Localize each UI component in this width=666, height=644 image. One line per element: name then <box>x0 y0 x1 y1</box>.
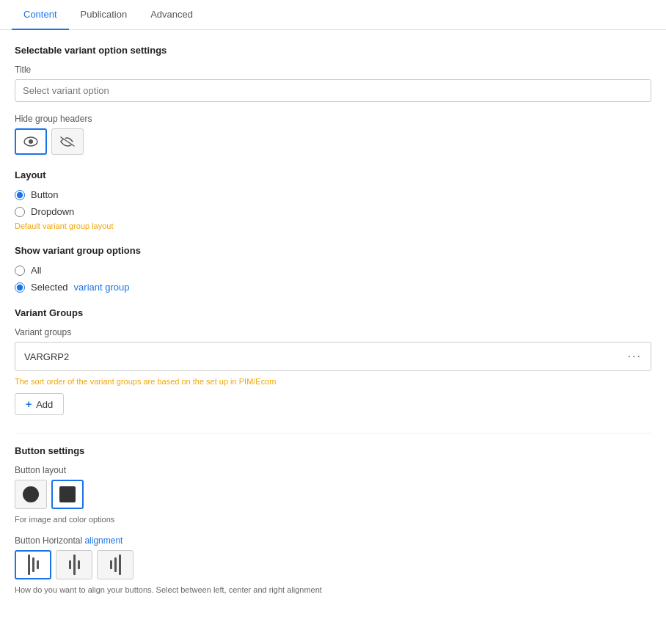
align-left-bar1 <box>28 555 30 575</box>
align-center-bar2 <box>73 555 76 575</box>
show-eye-button[interactable] <box>15 128 47 155</box>
layout-button-radio[interactable] <box>15 190 25 200</box>
selectable-variant-title: Selectable variant option settings <box>15 45 651 56</box>
align-center-bar3 <box>78 560 80 569</box>
layout-dropdown-label: Dropdown <box>31 206 74 217</box>
layout-button-option[interactable]: Button <box>15 189 651 200</box>
layout-dropdown-option[interactable]: Dropdown <box>15 206 651 217</box>
alignment-hint: How do you want to align your buttons. S… <box>15 585 651 594</box>
variant-group-menu-button[interactable]: ··· <box>628 350 642 363</box>
layout-title: Layout <box>15 169 651 180</box>
show-variant-section: Show variant group options All Selected … <box>15 245 651 293</box>
tab-content[interactable]: Content <box>12 0 69 30</box>
button-layout-label: Button layout <box>15 465 651 475</box>
show-all-radio[interactable] <box>15 266 25 276</box>
tab-publication[interactable]: Publication <box>69 0 139 30</box>
variant-groups-section: Variant Groups Variant groups VARGRP2 ··… <box>15 307 651 415</box>
hide-group-headers-label: Hide group headers <box>15 114 651 124</box>
align-center-button[interactable] <box>56 550 92 579</box>
show-selected-label-prefix: Selected <box>31 282 68 293</box>
align-right-bar1 <box>110 560 112 569</box>
tab-advanced[interactable]: Advanced <box>139 0 205 30</box>
show-variant-title: Show variant group options <box>15 245 651 256</box>
square-shape-icon <box>59 486 76 502</box>
alignment-group <box>15 550 651 579</box>
for-image-hint: For image and color options <box>15 515 651 524</box>
circle-shape-icon <box>23 486 39 502</box>
layout-radio-group: Button Dropdown <box>15 189 651 217</box>
layout-dropdown-radio[interactable] <box>15 207 25 217</box>
hide-eye-button[interactable] <box>51 128 84 155</box>
eye-open-icon <box>23 136 38 147</box>
square-layout-button[interactable] <box>51 480 84 509</box>
main-content: Selectable variant option settings Title… <box>0 30 666 623</box>
align-left-bar3 <box>37 560 39 569</box>
add-label: Add <box>36 399 53 410</box>
variant-groups-title: Variant Groups <box>15 307 651 318</box>
align-right-button[interactable] <box>97 550 133 579</box>
show-all-label: All <box>31 265 41 276</box>
show-selected-option[interactable]: Selected variant group <box>15 282 651 293</box>
button-layout-group <box>15 480 651 509</box>
show-variant-radio-group: All Selected variant group <box>15 265 651 293</box>
sort-hint: The sort order of the variant groups are… <box>15 377 651 386</box>
alignment-label-blue: alignment <box>84 535 122 546</box>
layout-hint: Default variant group layout <box>15 222 651 230</box>
hide-group-headers-toggle <box>15 128 651 155</box>
title-label: Title <box>15 65 651 75</box>
layout-section: Layout Button Dropdown Default variant g… <box>15 169 651 230</box>
section-divider <box>15 433 651 433</box>
align-left-bar2 <box>32 557 34 572</box>
align-right-bar2 <box>114 557 117 572</box>
button-settings-section: Button settings Button layout For image … <box>15 445 651 594</box>
plus-icon: + <box>26 398 32 410</box>
align-right-bar3 <box>119 555 121 575</box>
selectable-variant-section: Selectable variant option settings Title… <box>15 45 651 155</box>
variant-group-name: VARGRP2 <box>24 351 69 362</box>
eye-closed-icon <box>59 136 76 147</box>
align-left-button[interactable] <box>15 550 51 579</box>
svg-point-1 <box>29 139 33 144</box>
tab-bar: Content Publication Advanced <box>0 0 666 30</box>
alignment-label-text: Button Horizontal <box>15 535 84 546</box>
button-settings-title: Button settings <box>15 445 651 456</box>
circle-layout-button[interactable] <box>15 480 47 509</box>
add-button[interactable]: + Add <box>15 393 64 415</box>
variant-groups-label: Variant groups <box>15 327 651 337</box>
title-input[interactable] <box>15 79 651 102</box>
show-selected-label-variant: variant group <box>74 282 130 293</box>
show-selected-radio[interactable] <box>15 282 25 293</box>
layout-button-label: Button <box>31 189 59 200</box>
variant-group-item: VARGRP2 ··· <box>15 342 651 371</box>
show-all-option[interactable]: All <box>15 265 651 276</box>
align-center-bar1 <box>69 560 71 569</box>
alignment-label: Button Horizontal alignment <box>15 535 651 546</box>
